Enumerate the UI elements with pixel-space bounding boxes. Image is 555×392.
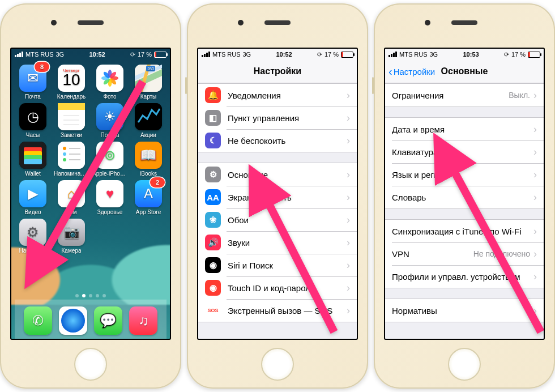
back-button[interactable]: ‹ Настройки [388,67,435,76]
health-icon: ♥ [96,180,123,207]
row-regulatory[interactable]: Нормативы› [385,299,544,322]
home-button[interactable] [74,348,107,381]
battery-pct: 17 % [511,51,526,58]
svg-rect-21 [24,159,42,164]
row-profiles[interactable]: Профили и управл. устройством› [385,265,544,288]
app-weather[interactable]: ☀︎Погода [92,101,128,138]
row-vpn[interactable]: VPNНе подключено› [385,242,544,265]
row-display[interactable]: AAЭкран и яркость› [198,186,357,208]
nav-bar: ‹ Настройки Основные [385,60,544,83]
front-camera [51,20,57,25]
phone-frame-home: MTS RUS 3G 10:52 ⟳ 17 % ✉︎8ПочтаЧетверг1… [0,3,181,389]
app-label: Здоровье [97,209,123,215]
app-phone[interactable]: ✆ [24,304,52,335]
battery-icon [341,52,353,58]
app-camera[interactable]: 📷Камера [53,216,89,254]
row-label: Ограничения [392,91,509,100]
app-find-iphone[interactable]: ⊚Apple-iPhon… [92,139,128,177]
signal-bars-icon [202,52,210,57]
chevron-right-icon: › [347,112,350,124]
app-appstore[interactable]: A2App Store [130,178,166,215]
nav-bar: Настройки [198,60,357,83]
settings-list[interactable]: 🔔Уведомления›◧Пункт управления›☾Не беспо… [198,83,357,339]
row-language[interactable]: Язык и регион› [385,163,544,186]
row-dnd[interactable]: ☾Не беспокоить› [198,129,357,152]
app-label: Настройки [19,248,46,254]
messages-icon: 💬 [94,306,122,335]
app-notes[interactable]: Заметки [53,101,89,138]
app-videos[interactable]: ▶Видео [15,178,51,215]
row-label: Siri и Поиск [228,261,347,270]
row-dictionary[interactable]: Словарь› [385,186,544,208]
find-iphone-icon: ⊚ [96,142,123,169]
app-maps[interactable]: 280Карты [130,62,166,100]
status-bar: MTS RUS 3G 10:52 ⟳ 17 % [11,49,170,60]
app-health[interactable]: ♥Здоровье [92,178,128,215]
app-wallet[interactable]: Wallet [15,139,51,177]
app-label: Wallet [25,171,40,177]
app-music[interactable]: ♫ [129,304,157,335]
row-sounds[interactable]: 🔊Звуки› [198,231,357,254]
chevron-right-icon: › [533,225,537,237]
app-label: Часы [26,132,40,138]
wallpaper-icon: ❀ [205,212,221,228]
phone-frame-general: MTS RUS 3G 10:53 ⟳ 17 % ‹ Настройки Осно… [374,3,555,389]
photos-icon [96,65,123,92]
svg-rect-22 [58,142,85,169]
row-keyboard[interactable]: Клавиатура› [385,140,544,163]
dnd-icon: ☾ [205,133,221,148]
row-sos[interactable]: SOSЭкстренный вызов — SOS› [198,299,357,322]
notes-icon [58,103,85,130]
ear-speaker [451,20,477,25]
app-messages[interactable]: 💬 [94,304,122,335]
app-home[interactable]: ⌂Дом [53,178,89,215]
app-calendar[interactable]: Четверг10Календарь [53,62,89,100]
reminders-icon [58,142,85,169]
row-siri[interactable]: ◉Siri и Поиск› [198,254,357,276]
front-camera [425,20,430,25]
chevron-right-icon: › [533,90,537,101]
row-datetime[interactable]: Дата и время› [385,118,544,140]
row-itunes-wifi[interactable]: Синхронизация с iTunes по Wi-Fi› [385,220,544,242]
status-time: 10:52 [89,51,105,58]
display-icon: AA [205,189,221,205]
row-touchid[interactable]: ◉Touch ID и код-пароль› [198,276,357,299]
home-button[interactable] [448,348,481,381]
row-general[interactable]: ⚙Основные› [198,163,357,186]
network-label: 3G [56,51,65,58]
row-control-center[interactable]: ◧Пункт управления› [198,106,357,129]
chevron-right-icon: › [347,90,350,101]
row-label: Не беспокоить [228,136,347,146]
row-label: Синхронизация с iTunes по Wi-Fi [392,227,533,236]
row-notifications[interactable]: 🔔Уведомления› [198,84,357,106]
nav-title: Основные [441,66,488,76]
ear-speaker [264,20,291,25]
wallet-icon [19,142,46,169]
app-safari[interactable] [59,304,87,335]
chevron-right-icon: › [347,191,350,203]
app-mail[interactable]: ✉︎8Почта [15,62,51,100]
signal-bars-icon [388,52,397,57]
row-label: Нормативы [392,306,533,316]
row-restrictions[interactable]: ОграниченияВыкл.› [385,84,544,106]
app-clock[interactable]: ◷Часы [15,101,51,138]
page-indicator[interactable] [15,292,166,300]
row-label: Уведомления [228,91,347,100]
app-settings[interactable]: ⚙Настройки [15,216,51,254]
row-wallpaper[interactable]: ❀Обои› [198,208,357,231]
battery-pct: 17 % [325,51,339,58]
signal-bars-icon [15,52,23,57]
dock: ✆💬♫ [15,300,166,339]
app-reminders[interactable]: Напоминания [53,139,89,177]
app-stocks[interactable]: Акции [130,101,166,138]
general-list[interactable]: ОграниченияВыкл.›Дата и время›Клавиатура… [385,83,544,339]
home-button[interactable] [261,348,294,381]
calendar-icon: Четверг10 [58,65,85,92]
app-photos[interactable]: Фото [92,62,128,100]
row-label: Пункт управления [228,113,347,123]
app-ibooks[interactable]: 📖iBooks [130,139,166,177]
carrier-label: MTS RUS [399,51,428,58]
maps-icon: 280 [135,65,162,92]
row-label: Словарь [392,193,533,202]
phone-icon: ✆ [24,306,52,335]
